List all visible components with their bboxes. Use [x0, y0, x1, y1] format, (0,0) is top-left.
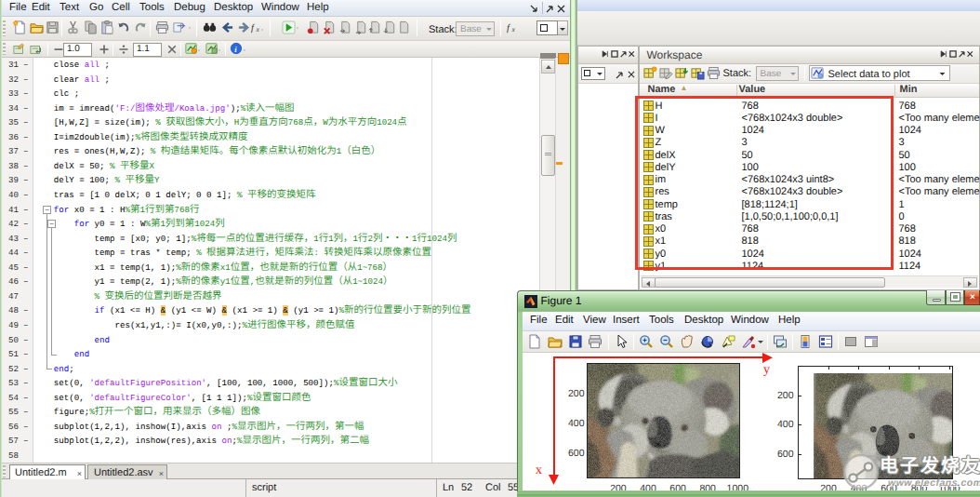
svg-text:i: i	[234, 46, 237, 55]
svg-text:f: f	[251, 23, 256, 34]
svg-text:x: x	[511, 26, 516, 34]
svg-text:x: x	[256, 26, 260, 34]
svg-text:f: f	[507, 23, 511, 34]
